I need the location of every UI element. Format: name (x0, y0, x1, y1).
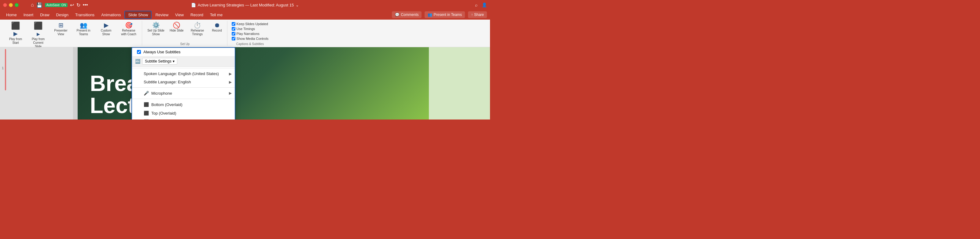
set-up-slide-show-button[interactable]: ⚙️ Set Up Slide Show (145, 21, 167, 37)
save-icon[interactable]: 💾 (37, 2, 43, 8)
microphone-icon: 🎤 (144, 91, 149, 96)
profile-icon[interactable]: 👤 (482, 2, 487, 7)
setup-icon: ⚙️ (152, 22, 160, 28)
menu-review[interactable]: Review (152, 11, 172, 18)
keep-slides-updated-item[interactable]: Keep Slides Updated (232, 22, 269, 26)
use-timings-checkbox[interactable] (232, 27, 235, 30)
home-icon[interactable]: ⌂ (31, 2, 34, 8)
rehearse-timings-button[interactable]: ⏱️ Rehearse Timings (187, 21, 208, 37)
teams-icon: 👥 (428, 13, 432, 17)
menu-home[interactable]: Home (3, 11, 20, 18)
traffic-lights[interactable] (3, 3, 19, 7)
presenter-view-button[interactable]: ⊞ Presenter View (50, 21, 72, 37)
title-chevron-icon[interactable]: ⌄ (296, 3, 299, 7)
slide-thumb-title: Breaking Up the Lecture (5, 58, 6, 67)
dropdown-overlay: Always Use Subtitles 🔤 Subtitle Settings… (132, 47, 235, 120)
title-bar-right: ⌕ 👤 (475, 2, 487, 7)
slide-thumb-text: Breaking Up the Lecture Applying active … (5, 56, 6, 83)
close-button[interactable] (3, 3, 7, 7)
comments-button[interactable]: 💬 Comments (392, 11, 422, 18)
bottom-overlaid-icon: ⬛ (144, 102, 149, 107)
menu-tell-me[interactable]: Tell me (207, 11, 226, 18)
menu-slideshow[interactable]: Slide Show (124, 11, 152, 19)
separator-3 (132, 99, 235, 99)
rehearse-with-coach-button[interactable]: 🎯 Rehearse with Coach (118, 21, 139, 37)
title-bar-center: 📄 Active Learning Strategies — Last Modi… (191, 3, 299, 7)
subtitle-language-arrow: ▶ (229, 80, 232, 84)
play-from-start-button[interactable]: ⬛▶ Play from Start (5, 21, 26, 46)
main-area: 1 Breaking Up the Lecture Applying activ… (0, 47, 490, 120)
bottom-overlaid-item[interactable]: ⬛ Bottom (Overlaid) (132, 100, 235, 109)
play-current-icon: ⬛▶ (33, 22, 43, 37)
always-use-subtitles-checkbox[interactable] (137, 50, 141, 54)
menu-insert[interactable]: Insert (21, 11, 37, 18)
subtitle-language-item[interactable]: Subtitle Language: English ▶ (132, 78, 235, 86)
always-use-subtitles-label: Always Use Subtitles (143, 50, 180, 54)
always-use-subtitles-row[interactable]: Always Use Subtitles (132, 48, 235, 56)
microphone-arrow: ▶ (229, 91, 232, 95)
subtitle-settings-icon: 🔤 (135, 59, 140, 64)
use-timings-item[interactable]: Use Timings (232, 27, 269, 30)
ribbon-group-items-start: ⬛▶ Play from Start ⬛▶ Play from Current … (5, 21, 139, 50)
search-icon[interactable]: ⌕ (475, 2, 477, 7)
show-media-controls-item[interactable]: Show Media Controls (232, 37, 269, 40)
subtitle-settings-bar: 🔤 Subtitle Settings ▾ (132, 56, 235, 67)
ribbon-group-items-setup: ⚙️ Set Up Slide Show 🚫 Hide Slide ⏱️ Reh… (145, 21, 225, 42)
menu-bar-right: 💬 Comments 👥 Present in Teams ↑ Share (392, 11, 487, 18)
microphone-item[interactable]: 🎤 Microphone ▶ (132, 89, 235, 98)
spoken-language-item[interactable]: Spoken Language: English (United States)… (132, 69, 235, 78)
menu-design[interactable]: Design (53, 11, 72, 18)
record-icon: ⏺ (214, 22, 220, 28)
present-in-teams-ribbon-button[interactable]: 👥 Present in Teams (73, 21, 94, 37)
keep-slides-updated-checkbox[interactable] (232, 22, 235, 26)
subtitle-dropdown-menu: Always Use Subtitles 🔤 Subtitle Settings… (132, 47, 235, 120)
menu-draw[interactable]: Draw (37, 11, 52, 18)
separator-1 (132, 68, 235, 68)
ribbon: ⬛▶ Play from Start ⬛▶ Play from Current … (0, 19, 490, 47)
title-bar: ⌂ 💾 AutoSave ON ↩ ↻ ••• 📄 Active Learnin… (0, 0, 490, 10)
autosave-toggle[interactable]: AutoSave ON (45, 3, 68, 7)
present-in-teams-button[interactable]: 👥 Present in Teams (425, 11, 465, 18)
captions-group-label: Captions & Subtitles (231, 42, 270, 46)
play-from-current-button[interactable]: ⬛▶ Play from Current Slide (27, 21, 49, 50)
play-narrations-checkbox[interactable] (232, 32, 235, 35)
more-icon[interactable]: ••• (83, 2, 88, 8)
presenter-view-icon: ⊞ (58, 22, 64, 28)
setup-group-label: Set Up (145, 42, 225, 46)
hide-slide-button[interactable]: 🚫 Hide Slide (168, 21, 186, 34)
redo-icon[interactable]: ↻ (76, 2, 80, 8)
quick-access-toolbar: ⌂ 💾 AutoSave ON ↩ ↻ ••• (31, 2, 88, 8)
below-slide-icon: ⬛ (144, 119, 149, 120)
slide-panel[interactable]: 1 Breaking Up the Lecture Applying activ… (0, 47, 73, 120)
minimize-button[interactable] (9, 3, 13, 7)
share-button[interactable]: ↑ Share (468, 11, 487, 18)
menu-record[interactable]: Record (188, 11, 206, 18)
ribbon-group-captions: Keep Slides Updated Use Timings Play Nar… (228, 21, 272, 46)
spoken-language-arrow: ▶ (229, 72, 232, 76)
menu-view[interactable]: View (172, 11, 187, 18)
top-overlaid-item[interactable]: ⬛ Top (Overlaid) (132, 109, 235, 117)
slide-thumbnail[interactable]: Breaking Up the Lecture Applying active … (5, 49, 6, 90)
subtitle-settings-button[interactable]: Subtitle Settings ▾ (142, 58, 177, 65)
document-title: Active Learning Strategies — Last Modifi… (198, 3, 294, 7)
custom-show-button[interactable]: ▶ Custom Show (95, 21, 117, 37)
slide-thumb-subtitle: Applying active learning strategies to f… (5, 69, 6, 82)
record-button[interactable]: ⏺ Record (209, 21, 225, 34)
play-start-icon: ⬛▶ (11, 22, 20, 37)
menu-transitions[interactable]: Transitions (72, 11, 97, 18)
present-teams-icon: 👥 (80, 22, 88, 28)
play-narrations-item[interactable]: Play Narrations (232, 32, 269, 35)
undo-icon[interactable]: ↩ (70, 2, 74, 8)
maximize-button[interactable] (15, 3, 19, 7)
separator-2 (132, 87, 235, 88)
hide-slide-icon: 🚫 (173, 22, 180, 28)
ribbon-group-setup: ⚙️ Set Up Slide Show 🚫 Hide Slide ⏱️ Reh… (143, 21, 228, 46)
subtitle-settings-chevron: ▾ (173, 59, 175, 63)
captions-checkboxes: Keep Slides Updated Use Timings Play Nar… (231, 21, 270, 42)
menu-animations[interactable]: Animations (98, 11, 124, 18)
slide-number: 1 (2, 66, 4, 70)
menu-bar: Home Insert Draw Design Transitions Anim… (0, 10, 490, 19)
vertical-scrollbar[interactable] (73, 47, 78, 120)
below-slide-item[interactable]: ✓ ⬛ Below Slide (132, 117, 235, 120)
show-media-controls-checkbox[interactable] (232, 37, 235, 40)
